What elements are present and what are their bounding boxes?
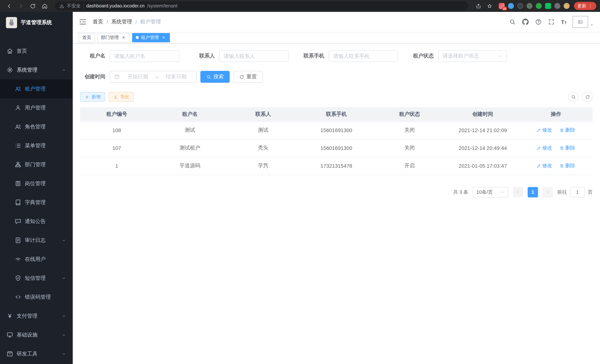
extensions-puzzle-icon[interactable] [554,3,560,9]
edit-link[interactable]: 修改 [537,162,552,169]
cell-created: 2021-01-05 17:03:47 [446,157,519,175]
reset-button[interactable]: 重置 [233,71,263,83]
filter-status: 租户状态 请选择租户状态 [409,50,507,62]
contact-label: 联系人 [190,53,215,59]
contact-input[interactable] [224,53,284,59]
sidebar-item-sms-management[interactable]: 短信管理 [0,269,73,288]
org-tree-icon [15,161,21,168]
shield-icon [15,275,21,281]
avatar [572,16,588,28]
sidebar-item-label: 基础设施 [17,332,58,338]
bookmark-star-icon[interactable] [485,1,494,11]
sidebar-item-post-management[interactable]: 岗位管理 [0,174,73,193]
tenant-name-input[interactable] [114,53,175,59]
extension-icon-3[interactable] [517,3,523,9]
export-button[interactable]: 导出 [109,92,134,102]
goto-page-input[interactable] [570,187,585,197]
help-icon[interactable] [535,18,542,25]
sidebar-item-menu-management[interactable]: 菜单管理 [0,136,73,155]
sidebar-item-label: 岗位管理 [25,180,66,187]
browser-forward-button[interactable] [16,1,26,11]
cell-status: 开启 [373,157,446,175]
browser-update-button[interactable]: 更新 ⋮ [574,2,596,10]
sidebar-item-error-code-management[interactable]: 错误码管理 [0,288,73,307]
sidebar-item-payment-management[interactable]: ¥ 支付管理 [0,307,73,326]
sidebar-item-label: 部门管理 [25,161,66,168]
sidebar-item-online-users[interactable]: 在线用户 [0,250,73,269]
col-phone: 联系手机 [300,107,373,121]
delete-link[interactable]: 删除 [560,127,575,134]
sidebar-logo[interactable]: 芋道管理系统 [0,12,73,33]
sidebar-menu: 首页 系统管理 租户管理 用户管理 角色管理 [0,33,73,363]
edit-link[interactable]: 修改 [537,127,552,134]
share-icon[interactable] [473,1,483,11]
sidebar-item-home[interactable]: 首页 [0,42,73,60]
tags-view: 首页 部门管理 × 租户管理 × [73,32,600,43]
sidebar-item-tenant-management[interactable]: 租户管理 [0,79,73,98]
extension-icon-6[interactable] [545,3,551,9]
sidebar-item-user-management[interactable]: 用户管理 [0,98,73,117]
delete-link[interactable]: 删除 [560,162,575,169]
extension-icon-5[interactable] [536,3,542,9]
tab-tenant-management[interactable]: 租户管理 × [132,33,170,42]
extension-icon-4[interactable] [526,3,533,9]
phone-input[interactable] [333,53,394,59]
chevron-right-icon [545,190,550,194]
browser-reload-button[interactable] [28,1,38,11]
sidebar-item-role-management[interactable]: 角色管理 [0,117,73,136]
date-end-placeholder: 结束日期 [160,74,192,80]
extension-icon-2[interactable] [508,3,514,9]
fullscreen-icon[interactable] [548,18,555,25]
cell-tenant-id: 1 [80,157,153,175]
sidebar-item-department-management[interactable]: 部门管理 [0,155,73,174]
browser-back-button[interactable] [4,1,14,11]
github-icon[interactable] [522,18,529,25]
breadcrumb-system[interactable]: 系统管理 [111,19,132,25]
cell-tenant-name: 芋道源码 [153,157,227,175]
close-icon[interactable]: × [161,35,166,40]
sidebar-item-system-management[interactable]: 系统管理 [0,60,73,79]
yen-icon: ¥ [7,313,13,319]
address-bar[interactable]: 不安全 dashboard.yudao.iocoder.cn/system/te… [55,1,468,10]
font-size-icon[interactable]: TT [561,19,567,25]
refresh-icon [239,75,244,79]
profile-avatar-icon[interactable] [564,3,570,9]
sidebar-item-dict-management[interactable]: 字典管理 [0,193,73,212]
header-search-icon[interactable] [509,18,516,25]
prev-page-button[interactable] [513,187,523,197]
status-select[interactable]: 请选择租户状态 [438,50,507,62]
refresh-table-button[interactable] [582,92,593,102]
sidebar-item-audit-log[interactable]: 审计日志 [0,231,73,250]
page-size-select[interactable]: 10条/页 [473,187,508,197]
sidebar-item-infrastructure[interactable]: 基础设施 [0,326,73,344]
next-page-button[interactable] [543,187,553,197]
page-number-1[interactable]: 1 [528,187,538,197]
breadcrumb-home[interactable]: 首页 [93,19,103,25]
page-content: 租户名 联系人 联系手机 [73,43,600,364]
active-tab-dot [136,36,139,39]
date-range-picker[interactable]: 开始日期 - 结束日期 [110,71,197,83]
sidebar-item-dev-tools[interactable]: 研发工具 [0,344,73,363]
close-icon[interactable]: × [121,35,126,40]
extension-icon-1[interactable]: 10 [499,3,505,9]
col-tenant-name: 租户名 [153,107,227,121]
delete-link[interactable]: 删除 [560,145,575,151]
pencil-icon [537,164,541,168]
extension-badge: 10 [502,7,507,10]
search-button[interactable]: 搜索 [200,71,230,83]
filter-row-1: 租户名 联系人 联系手机 [80,50,593,62]
header-actions: TT [509,16,594,28]
add-button[interactable]: 新增 [80,92,105,102]
tab-department-management[interactable]: 部门管理 × [97,33,130,42]
create-time-label: 创建时间 [80,74,105,80]
browser-home-button[interactable] [39,1,50,11]
edit-link[interactable]: 修改 [537,145,552,151]
collapse-sidebar-icon[interactable] [79,18,87,26]
user-avatar-menu[interactable] [572,16,594,28]
toggle-search-button[interactable] [568,92,579,102]
contact-input-wrap [219,50,289,62]
col-tenant-id: 租户编号 [80,107,153,121]
tab-home[interactable]: 首页 [79,33,95,42]
sidebar-item-notice[interactable]: 通知公告 [0,212,73,231]
cell-contact: 秃头 [226,139,300,157]
